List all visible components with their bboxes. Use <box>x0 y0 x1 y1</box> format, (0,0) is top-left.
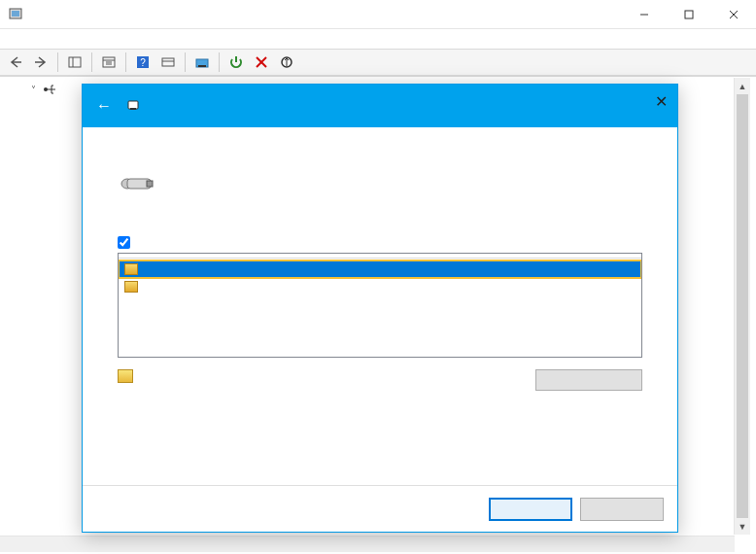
forward-button[interactable] <box>29 52 52 73</box>
device-manager-icon <box>8 7 23 22</box>
svg-rect-1 <box>12 11 19 17</box>
show-compatible-checkbox-input[interactable] <box>118 236 130 249</box>
svg-text:?: ? <box>140 57 146 68</box>
have-disk-button[interactable] <box>535 369 642 391</box>
maximize-button[interactable] <box>667 0 711 29</box>
model-item-mtp[interactable] <box>119 278 641 295</box>
menu-file[interactable] <box>6 37 21 41</box>
update-driver-button[interactable] <box>190 52 214 73</box>
dialog-title-icon <box>125 97 141 116</box>
svg-rect-3 <box>685 11 693 18</box>
scroll-down-arrow[interactable]: ▼ <box>735 518 750 535</box>
svg-rect-22 <box>128 101 138 109</box>
enable-button[interactable] <box>224 52 248 73</box>
close-button[interactable] <box>711 0 756 29</box>
certificate-icon <box>118 369 133 383</box>
minimize-button[interactable] <box>622 0 667 29</box>
vertical-scrollbar[interactable]: ▲ ▼ <box>734 78 750 535</box>
uninstall-button[interactable] <box>250 52 273 73</box>
menu-action[interactable] <box>21 37 37 41</box>
horizontal-scrollbar[interactable] <box>0 536 735 552</box>
driver-icon <box>124 281 138 293</box>
menu-help[interactable] <box>52 37 68 41</box>
usb-icon <box>43 82 58 97</box>
cancel-button[interactable] <box>580 498 664 521</box>
properties-button[interactable] <box>97 52 120 73</box>
show-compatible-checkbox[interactable] <box>118 236 642 249</box>
svg-rect-23 <box>130 108 136 110</box>
menu-bar <box>0 29 756 49</box>
dialog-back-button[interactable]: ← <box>92 95 116 117</box>
dialog-close-button[interactable]: ✕ <box>655 92 668 111</box>
model-item-apple[interactable] <box>119 260 641 278</box>
hardware-icon <box>118 170 156 201</box>
scroll-thumb[interactable] <box>737 94 748 518</box>
toolbar: ? <box>0 49 756 76</box>
scroll-up-arrow[interactable]: ▲ <box>735 78 750 94</box>
next-button[interactable] <box>489 498 572 521</box>
menu-view[interactable] <box>37 37 52 41</box>
show-hide-tree-button[interactable] <box>63 52 86 73</box>
dialog-titlebar: ← <box>83 85 677 127</box>
titlebar <box>0 0 756 29</box>
dialog-footer <box>83 485 677 532</box>
model-listbox[interactable] <box>118 253 642 358</box>
svg-rect-26 <box>147 181 153 187</box>
collapse-icon[interactable]: ˅ <box>27 84 39 95</box>
help-button[interactable]: ? <box>131 52 155 73</box>
driver-icon <box>124 263 138 275</box>
back-button[interactable] <box>4 52 27 73</box>
svg-rect-14 <box>162 58 174 66</box>
view-button[interactable] <box>156 52 180 73</box>
update-driver-dialog: ✕ ← <box>82 84 678 533</box>
svg-rect-6 <box>69 57 81 67</box>
svg-rect-17 <box>198 65 206 67</box>
scan-hardware-button[interactable] <box>275 52 298 73</box>
